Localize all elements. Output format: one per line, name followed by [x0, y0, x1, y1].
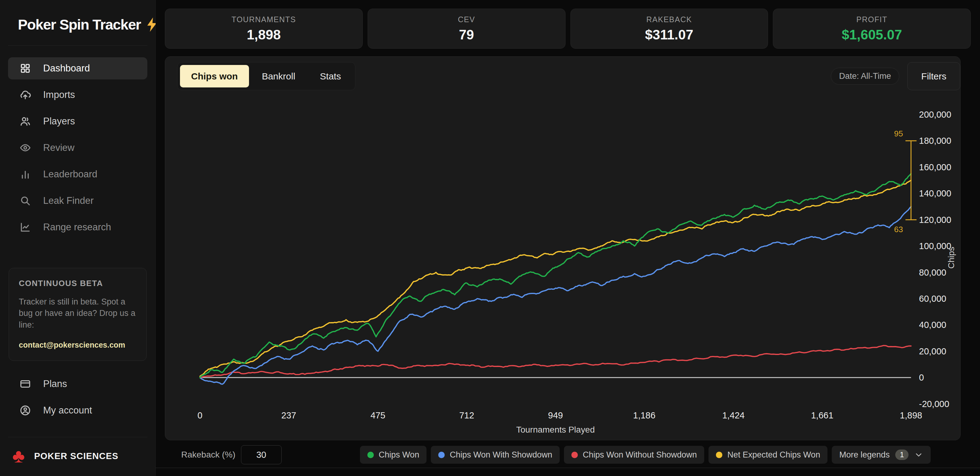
- legend-chips-won[interactable]: Chips Won: [360, 446, 427, 464]
- svg-text:1,661: 1,661: [811, 411, 834, 420]
- svg-text:1,898: 1,898: [900, 411, 923, 420]
- red-dot-icon: [571, 452, 578, 458]
- svg-text:140,000: 140,000: [919, 189, 951, 198]
- rakeback-input[interactable]: [241, 445, 282, 464]
- stat-label: RAKEBACK: [646, 15, 692, 24]
- more-legends-count-badge: 1: [895, 449, 908, 460]
- sidebar-item-range-research[interactable]: Range research: [8, 216, 147, 238]
- sidebar-item-label: Review: [43, 142, 75, 153]
- svg-text:237: 237: [282, 411, 296, 420]
- legend-label: Chips Won: [379, 450, 419, 460]
- sidebar-item-dashboard[interactable]: Dashboard: [8, 57, 147, 79]
- svg-text:949: 949: [548, 411, 563, 420]
- stat-card-rakeback: RAKEBACK $311.07: [570, 9, 768, 49]
- credit-card-icon: [19, 378, 32, 390]
- sidebar-item-label: My account: [43, 405, 92, 416]
- stat-card-cev: CEV 79: [368, 9, 565, 49]
- legend-chips-won-without-showdown[interactable]: Chips Won Without Showdown: [564, 446, 704, 464]
- stat-value: $311.07: [645, 27, 694, 43]
- chips-line-chart: -20,000020,00040,00060,00080,000100,0001…: [165, 90, 960, 440]
- green-dot-icon: [368, 452, 374, 458]
- club-suit-icon: ♣: [12, 446, 25, 465]
- blue-dot-icon: [438, 452, 445, 458]
- sidebar-item-leak-finder[interactable]: Leak Finder: [8, 190, 147, 212]
- svg-text:200,000: 200,000: [919, 109, 951, 119]
- brand-name: POKER SCIENCES: [34, 451, 118, 461]
- svg-text:1,186: 1,186: [633, 411, 655, 420]
- contact-email-link[interactable]: contact@pokersciences.com: [19, 341, 125, 349]
- svg-text:63: 63: [894, 225, 903, 234]
- legend-label: Chips Won Without Showdown: [583, 450, 697, 460]
- sidebar-item-imports[interactable]: Imports: [8, 84, 147, 106]
- tab-stats[interactable]: Stats: [308, 65, 353, 87]
- sidebar-item-plans[interactable]: Plans: [8, 373, 147, 395]
- beta-title: CONTINUOUS BETA: [19, 279, 137, 288]
- svg-text:0: 0: [919, 373, 924, 382]
- svg-text:80,000: 80,000: [919, 268, 947, 278]
- brand-footer: ♣ POKER SCIENCES: [0, 437, 155, 476]
- svg-text:0: 0: [197, 411, 202, 420]
- date-range-chip[interactable]: Date: All-Time: [831, 68, 900, 85]
- app-logo: Poker Spin Tracker: [0, 0, 155, 45]
- legend-label: Net Expected Chips Won: [727, 450, 820, 460]
- eye-icon: [19, 142, 32, 154]
- sidebar-item-label: Leaderboard: [43, 169, 97, 180]
- legend-chips-won-with-showdown[interactable]: Chips Won With Showdown: [431, 446, 560, 464]
- stats-row: TOURNAMENTS 1,898 CEV 79 RAKEBACK $311.0…: [165, 9, 971, 49]
- rakeback-label: Rakeback (%): [181, 450, 235, 460]
- line-chart-icon: [19, 221, 32, 233]
- chart-tabs: Chips won Bankroll Stats: [177, 62, 355, 90]
- sidebar-item-label: Dashboard: [43, 63, 90, 74]
- chart-header-right: Date: All-Time Filters: [831, 62, 960, 90]
- svg-text:Tournaments Played: Tournaments Played: [516, 425, 595, 435]
- stat-card-profit: PROFIT $1,605.07: [773, 9, 971, 49]
- stat-value: 1,898: [247, 27, 281, 43]
- stat-label: TOURNAMENTS: [231, 15, 296, 24]
- main-content: TOURNAMENTS 1,898 CEV 79 RAKEBACK $311.0…: [156, 0, 980, 476]
- tab-chips-won[interactable]: Chips won: [180, 65, 249, 87]
- chart-region: -20,000020,00040,00060,00080,000100,0001…: [165, 90, 960, 440]
- sidebar-item-label: Plans: [43, 378, 67, 389]
- beta-body: Tracker is still in beta. Spot a bug or …: [19, 296, 137, 331]
- sidebar-item-label: Range research: [43, 222, 111, 233]
- stat-value: 79: [459, 27, 474, 43]
- sidebar: Poker Spin Tracker Dashboard Imports: [0, 0, 156, 476]
- yellow-dot-icon: [716, 452, 722, 458]
- sidebar-item-players[interactable]: Players: [8, 110, 147, 132]
- bottom-hairline: [156, 468, 980, 468]
- sidebar-item-review[interactable]: Review: [8, 137, 147, 159]
- bar-chart-icon: [19, 168, 32, 181]
- legend-net-expected-chips-won[interactable]: Net Expected Chips Won: [708, 446, 827, 464]
- more-legends-button[interactable]: More legends 1: [832, 446, 931, 464]
- app-title: Poker Spin Tracker: [18, 16, 141, 33]
- sidebar-item-label: Players: [43, 116, 75, 127]
- sidebar-bottom-nav: Plans My account: [0, 373, 155, 437]
- svg-text:1,424: 1,424: [722, 411, 745, 420]
- svg-text:-20,000: -20,000: [919, 399, 949, 409]
- svg-text:40,000: 40,000: [919, 320, 947, 330]
- magnifier-icon: [19, 195, 32, 207]
- sidebar-item-my-account[interactable]: My account: [8, 399, 147, 422]
- svg-text:120,000: 120,000: [919, 215, 951, 225]
- sidebar-item-label: Leak Finder: [43, 195, 94, 206]
- svg-text:180,000: 180,000: [919, 136, 951, 146]
- stat-value-profit: $1,605.07: [842, 27, 902, 43]
- svg-text:712: 712: [459, 411, 474, 420]
- svg-text:Chips: Chips: [947, 247, 956, 268]
- user-circle-icon: [19, 404, 32, 417]
- sidebar-nav: Dashboard Imports Players Review: [0, 46, 155, 238]
- svg-text:475: 475: [371, 411, 385, 420]
- svg-text:160,000: 160,000: [919, 162, 951, 172]
- svg-text:20,000: 20,000: [919, 346, 947, 356]
- legend-label: Chips Won With Showdown: [450, 450, 552, 460]
- app-root: Poker Spin Tracker Dashboard Imports: [0, 0, 980, 476]
- users-icon: [19, 115, 32, 127]
- tab-bankroll[interactable]: Bankroll: [250, 65, 307, 87]
- stat-label: CEV: [458, 15, 475, 24]
- chevron-down-icon: [914, 450, 923, 459]
- filters-button[interactable]: Filters: [907, 62, 960, 90]
- more-legends-label: More legends: [839, 450, 890, 460]
- svg-text:95: 95: [894, 129, 903, 138]
- beta-notice: CONTINUOUS BETA Tracker is still in beta…: [9, 268, 147, 361]
- sidebar-item-leaderboard[interactable]: Leaderboard: [8, 163, 147, 186]
